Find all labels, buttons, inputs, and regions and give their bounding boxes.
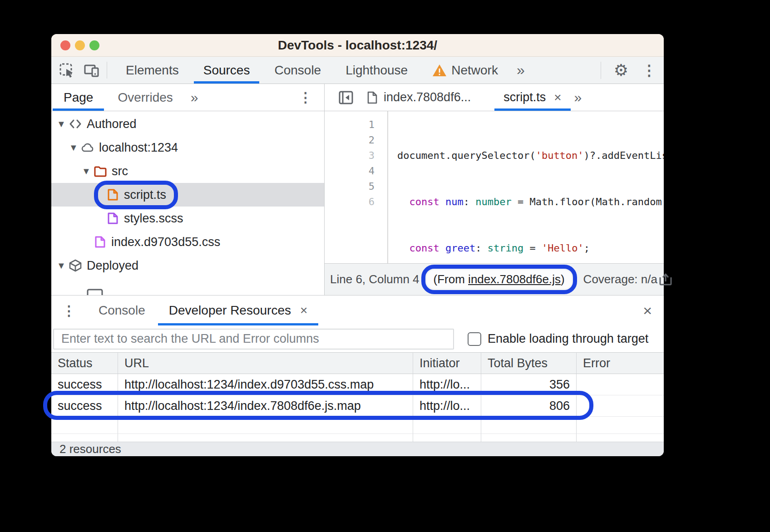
sourcemap-file-link[interactable]: index.7808df6e.js bbox=[468, 272, 561, 286]
editor-tab-label: script.ts bbox=[503, 90, 546, 104]
drawer-footer: 2 resources bbox=[51, 442, 664, 456]
close-tab-icon[interactable]: × bbox=[554, 90, 561, 105]
editor-tab-script-ts[interactable]: script.ts × bbox=[501, 84, 564, 111]
column-header-total-bytes[interactable]: Total Bytes bbox=[481, 352, 577, 374]
expander-icon[interactable]: ▼ bbox=[69, 143, 81, 153]
line-number-gutter[interactable]: 1 2 3 4 5 6 bbox=[325, 111, 388, 263]
column-header-status[interactable]: Status bbox=[51, 352, 118, 374]
table-filler-cell bbox=[51, 434, 118, 442]
tree-item-index-css[interactable]: index.d9703d55.css bbox=[51, 230, 324, 254]
tree-item-deployed[interactable]: ▼ Deployed bbox=[51, 254, 324, 277]
line-number[interactable]: 5 bbox=[325, 179, 387, 194]
drawer-kebab-icon[interactable]: ⋮ bbox=[51, 296, 87, 325]
tab-lighthouse[interactable]: Lighthouse bbox=[333, 57, 420, 84]
tree-item-src[interactable]: ▼ src bbox=[51, 159, 324, 183]
devtools-window: DevTools - localhost:1234/ Elements Sour… bbox=[51, 34, 664, 456]
annotation-ring-from-file: (From index.7808df6e.js) bbox=[421, 265, 577, 294]
table-cell-initiator[interactable]: http://lo... bbox=[413, 395, 481, 417]
partial-file-icon bbox=[87, 289, 103, 295]
tab-network[interactable]: Network bbox=[420, 57, 510, 84]
expander-icon[interactable]: ▼ bbox=[57, 119, 69, 129]
tab-sources[interactable]: Sources bbox=[191, 57, 262, 84]
line-number[interactable]: 2 bbox=[325, 133, 387, 148]
navigator-kebab-icon[interactable]: ⋮ bbox=[299, 84, 324, 111]
tab-overrides[interactable]: Overrides bbox=[105, 84, 185, 111]
checkbox-label: Enable loading through target bbox=[488, 332, 648, 346]
table-empty-cell bbox=[577, 417, 664, 434]
drawer-tab-console[interactable]: Console bbox=[87, 296, 157, 325]
settings-gear-icon[interactable]: ⚙ bbox=[607, 61, 635, 80]
resources-table: Status URL Initiator Total Bytes Error s… bbox=[51, 352, 664, 442]
editor-tabbar: index.7808df6... script.ts × » bbox=[325, 84, 664, 111]
line-number[interactable]: 3 bbox=[325, 148, 387, 163]
line-number[interactable]: 4 bbox=[325, 163, 387, 179]
table-cell-total-bytes[interactable]: 806 bbox=[481, 395, 577, 417]
editor-status-bar: Line 6, Column 4 (From index.7808df6e.js… bbox=[325, 263, 664, 295]
main-menu-kebab-icon[interactable]: ⋮ bbox=[635, 62, 664, 79]
coverage-label: Coverage: n/a bbox=[583, 272, 657, 286]
close-tab-icon[interactable]: × bbox=[300, 303, 307, 318]
close-window-button[interactable] bbox=[60, 40, 70, 50]
enable-loading-checkbox[interactable] bbox=[468, 332, 481, 346]
collapse-sidebar-icon[interactable] bbox=[337, 84, 355, 111]
line-number[interactable]: 1 bbox=[325, 117, 387, 133]
traffic-lights bbox=[60, 40, 99, 50]
table-cell-status[interactable]: success bbox=[51, 395, 118, 417]
column-header-url[interactable]: URL bbox=[118, 352, 413, 374]
table-cell-url[interactable]: http://localhost:1234/index.d9703d55.css… bbox=[118, 374, 413, 395]
code-line-3: const greet: string = 'Hello'; bbox=[397, 241, 664, 256]
typescript-file-icon bbox=[106, 188, 119, 202]
toolbar-divider bbox=[107, 62, 107, 79]
navigator-tabbar: Page Overrides » ⋮ bbox=[51, 84, 324, 111]
sourcemap-origin-pill: (From index.7808df6e.js) bbox=[427, 270, 572, 289]
editor-tab-label: index.7808df6... bbox=[384, 90, 471, 104]
warning-icon bbox=[432, 64, 447, 77]
more-navigator-tabs-button[interactable]: » bbox=[185, 84, 204, 111]
tree-item-styles-scss[interactable]: styles.scss bbox=[51, 207, 324, 230]
table-cell-status[interactable]: success bbox=[51, 374, 118, 395]
close-drawer-icon[interactable]: × bbox=[643, 296, 664, 325]
more-editor-tabs-button[interactable]: » bbox=[574, 84, 582, 111]
code-editor[interactable]: 1 2 3 4 5 6 document.querySelector('butt… bbox=[325, 111, 664, 263]
table-cell-initiator[interactable]: http://lo... bbox=[413, 374, 481, 395]
window-title: DevTools - localhost:1234/ bbox=[278, 38, 437, 53]
table-cell-total-bytes[interactable]: 356 bbox=[481, 374, 577, 395]
editor-tab-index-js[interactable]: index.7808df6... bbox=[364, 84, 474, 111]
navigator-sidebar: Page Overrides » ⋮ ▼ Authored ▼ bbox=[51, 84, 325, 295]
scss-file-icon bbox=[106, 212, 119, 225]
tree-item-partial bbox=[51, 284, 324, 295]
tree-item-authored[interactable]: ▼ Authored bbox=[51, 112, 324, 136]
toolbar-divider-right bbox=[601, 62, 601, 79]
device-toolbar-icon[interactable] bbox=[83, 62, 100, 79]
more-tabs-button[interactable]: » bbox=[510, 57, 531, 84]
tab-console[interactable]: Console bbox=[262, 57, 333, 84]
table-cell-url[interactable]: http://localhost:1234/index.7808df6e.js.… bbox=[118, 395, 413, 417]
tree-item-label: Deployed bbox=[87, 259, 138, 273]
maximize-window-button[interactable] bbox=[89, 40, 99, 50]
expand-panel-icon[interactable] bbox=[657, 271, 674, 288]
expander-icon[interactable]: ▼ bbox=[82, 166, 94, 177]
cloud-icon bbox=[81, 141, 94, 154]
tree-item-localhost[interactable]: ▼ localhost:1234 bbox=[51, 136, 324, 159]
column-header-initiator[interactable]: Initiator bbox=[413, 352, 481, 374]
table-cell-error[interactable] bbox=[577, 395, 664, 417]
drawer-tabbar: ⋮ Console Developer Resources × × bbox=[51, 296, 664, 325]
resource-count-label: 2 resources bbox=[59, 442, 121, 456]
cube-icon bbox=[69, 259, 82, 272]
tab-elements[interactable]: Elements bbox=[114, 57, 191, 84]
tree-item-label: index.d9703d55.css bbox=[111, 235, 220, 249]
tree-item-script-ts[interactable]: script.ts bbox=[51, 183, 324, 207]
tab-page[interactable]: Page bbox=[51, 84, 105, 111]
file-tree: ▼ Authored ▼ localhost:1234 ▼ bbox=[51, 111, 324, 295]
minimize-window-button[interactable] bbox=[75, 40, 85, 50]
line-number[interactable]: 6 bbox=[325, 194, 387, 210]
table-filler-cell bbox=[118, 434, 413, 442]
table-cell-error[interactable] bbox=[577, 374, 664, 395]
column-header-error[interactable]: Error bbox=[577, 352, 664, 374]
drawer-tab-developer-resources[interactable]: Developer Resources × bbox=[157, 296, 320, 325]
tree-item-label: src bbox=[112, 164, 128, 178]
search-input[interactable] bbox=[53, 329, 454, 350]
inspect-element-icon[interactable] bbox=[59, 62, 75, 79]
expander-icon[interactable]: ▼ bbox=[57, 261, 69, 271]
sources-panel: Page Overrides » ⋮ ▼ Authored ▼ bbox=[51, 84, 664, 295]
